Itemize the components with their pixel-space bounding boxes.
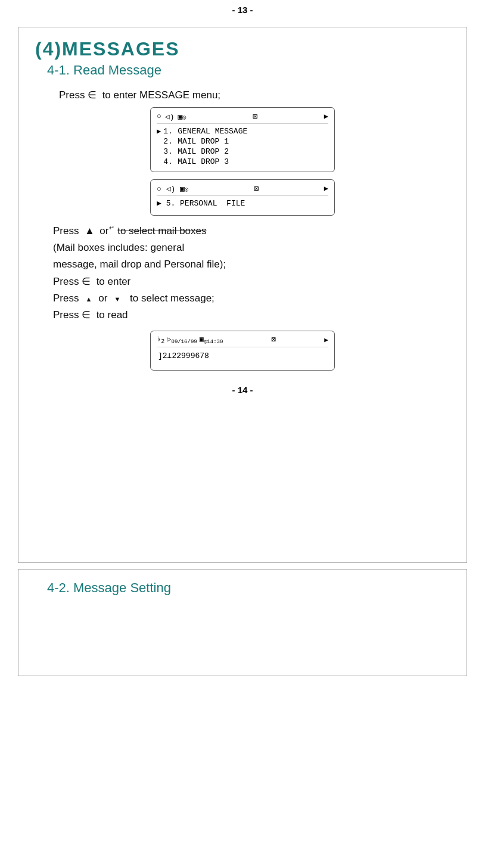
- icon-envelope: ⊠: [253, 111, 257, 122]
- menu-num-2: 2.: [163, 137, 174, 146]
- instruction1-text: Press ∈ to enter MESSAGE menu;: [59, 89, 450, 101]
- screen2-statusbar: ○ ◁) ▣◎ ⊠ ▶: [157, 183, 328, 196]
- menu-arrow-3: [157, 148, 161, 156]
- menu-arrow-5: ▶: [157, 199, 161, 208]
- menu-item-1: ▶ 1. GENERAL MESSAGE: [157, 126, 328, 136]
- icon3-envelope: ⊠: [271, 335, 276, 344]
- arrow-up: ▲: [85, 223, 94, 239]
- menu-label-5: PERSONAL FILE: [180, 199, 245, 208]
- menu-item-5: ▶ 5. PERSONAL FILE: [157, 198, 328, 208]
- screen2-icons: ○ ◁) ▣◎: [157, 184, 188, 194]
- icon-save: ▣◎: [178, 112, 186, 122]
- epsilon3: ∈: [82, 309, 91, 321]
- body-text-block: Press ▲ or↵ to select mail boxes (Mail b…: [53, 223, 450, 323]
- arrow-down2: ▼: [113, 294, 122, 304]
- body-line-1: Press ▲ or↵ to select mail boxes: [53, 223, 450, 239]
- screen3-box: ♭2 ▷09/16/99 ▣◎14:30 ⊠ ▶ ]2⊥22999678: [150, 331, 335, 371]
- menu-item-3: 3. MAIL DROP 2: [157, 147, 328, 157]
- screen3-statusbar: ♭2 ▷09/16/99 ▣◎14:30 ⊠ ▶: [157, 335, 328, 347]
- main-content-box: (4)MESSAGES 4-1. Read Message Press ∈ to…: [18, 27, 467, 563]
- menu-label-2: MAIL DROP 1: [178, 137, 229, 146]
- icon3-b2: ♭2: [157, 335, 164, 345]
- menu-label-3: MAIL DROP 2: [178, 147, 229, 156]
- icon2-play: ▶: [324, 184, 328, 193]
- body-line-2: (Mail boxes includes: general: [53, 240, 450, 256]
- icon2-envelope: ⊠: [254, 183, 259, 194]
- icon3-date: ▷09/16/99: [167, 335, 197, 345]
- second-content-box: 4-2. Message Setting: [18, 569, 467, 676]
- screen1-statusbar: ○ ◁) ▣◎ ⊠ ▶: [157, 111, 328, 124]
- menu-arrow-2: [157, 138, 161, 146]
- page-number-bottom: - 14 -: [35, 385, 450, 395]
- section-title: (4)MESSAGES: [35, 38, 450, 60]
- epsilon2: ∈: [82, 276, 91, 287]
- menu-item-4: 4. MAIL DROP 3: [157, 157, 328, 167]
- body-line-6: Press ∈ to read: [53, 307, 450, 323]
- menu-item-2: 2. MAIL DROP 1: [157, 136, 328, 147]
- menu-arrow-1: ▶: [157, 127, 161, 136]
- subsection2-title: 4-2. Message Setting: [47, 580, 450, 596]
- menu-num-4: 4.: [163, 157, 174, 166]
- menu-num-5: 5.: [166, 199, 176, 208]
- subsection1-title: 4-1. Read Message: [47, 63, 450, 78]
- icon3-save: ▣◎14:30: [200, 335, 223, 345]
- hook-arrow: ↵: [109, 224, 114, 231]
- icon2-sound: ◁): [166, 185, 176, 194]
- body-line-5: Press ▲ or ▼ to select message;: [53, 291, 450, 306]
- icon-play: ▶: [324, 112, 328, 121]
- menu-arrow-4: [157, 158, 161, 166]
- icon2-circle: ○: [157, 185, 161, 194]
- page-number-top: - 13 -: [0, 0, 485, 21]
- icon-circle: ○: [157, 112, 161, 121]
- icon3-play: ▶: [324, 336, 328, 344]
- icon-sound: ◁): [165, 112, 175, 122]
- menu-num-3: 3.: [163, 147, 174, 156]
- arrow-up2: ▲: [85, 294, 93, 304]
- screen1-box: ○ ◁) ▣◎ ⊠ ▶ ▶ 1. GENERAL MESSAGE 2. MAIL…: [150, 107, 335, 172]
- body-line-1-strikethrough: to select mail boxes: [117, 225, 206, 237]
- screen2-box: ○ ◁) ▣◎ ⊠ ▶ ▶ 5. PERSONAL FILE: [150, 179, 335, 216]
- screen3-content: ]2⊥22999678: [157, 351, 328, 360]
- screen3-status-left: ♭2 ▷09/16/99 ▣◎14:30: [157, 335, 223, 345]
- icon2-save: ▣◎: [180, 185, 188, 194]
- body-line-4: Press ∈ to enter: [53, 274, 450, 290]
- epsilon-symbol: ∈: [88, 89, 97, 101]
- menu-label-4: MAIL DROP 3: [178, 157, 229, 166]
- screen1-icons: ○ ◁) ▣◎: [157, 112, 186, 122]
- menu-label-1: GENERAL MESSAGE: [178, 127, 247, 136]
- body-line-3: message, mail drop and Personal file);: [53, 257, 450, 272]
- menu-num-1: 1.: [163, 127, 174, 136]
